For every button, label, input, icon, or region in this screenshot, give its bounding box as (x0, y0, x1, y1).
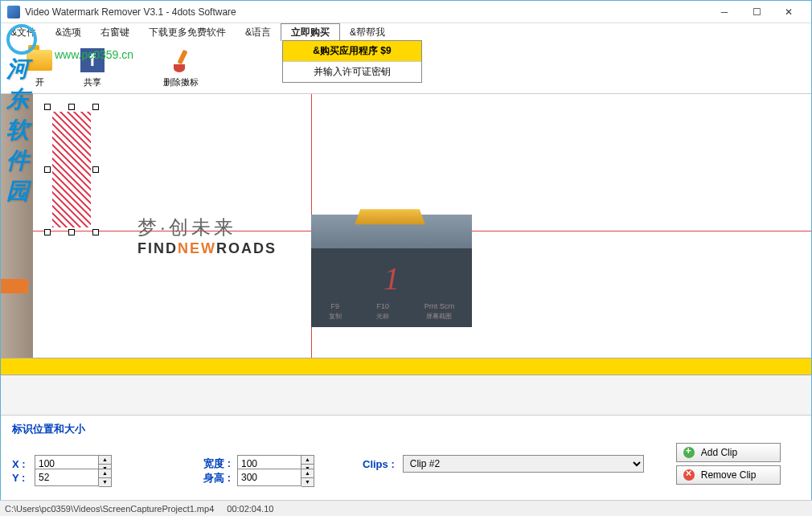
remove-watermark-button[interactable]: 删除擞标 (163, 46, 199, 88)
device-number: 1 (383, 260, 400, 297)
spacer-panel (1, 375, 811, 416)
height-label: 身高 : (192, 471, 231, 485)
menu-help[interactable]: &帮帮我 (340, 23, 395, 41)
remove-wm-label: 删除擞标 (163, 76, 199, 88)
canvas-area[interactable]: 梦·创未来 FINDNEWROADS 1 F9复制 F10光标 Prnt Scr… (1, 94, 811, 358)
properties-panel: 标识位置和大小 X : ▲▼ 宽度 : ▲▼ Clips : Clip #2 (1, 416, 811, 498)
dropdown-buy-app[interactable]: &购买应用程序 $9 (283, 41, 421, 62)
handle-bl[interactable] (44, 229, 51, 235)
titlebar: Video Watermark Remover V3.1 - 4dots Sof… (1, 1, 811, 23)
status-time: 00:02:04.10 (227, 504, 273, 514)
h-down[interactable]: ▼ (301, 478, 314, 486)
handle-tm[interactable] (68, 104, 75, 110)
share-label: 共享 (84, 76, 101, 88)
video-canvas[interactable]: 梦·创未来 FINDNEWROADS 1 F9复制 F10光标 Prnt Scr… (33, 94, 811, 358)
window-title: Video Watermark Remover V3.1 - 4dots Sof… (25, 6, 708, 18)
menubar: &文件 &选项 右窗键 下载更多免费软件 &语言 立即购买 &帮帮我 &购买应用… (1, 23, 811, 41)
open-label: 开 (35, 76, 44, 88)
delete-icon (683, 469, 695, 481)
menu-rightkey[interactable]: 右窗键 (91, 23, 139, 41)
height-spinner[interactable]: ▲▼ (237, 469, 314, 487)
status-path: C:\Users\pc0359\Videos\ScreenCaptureProj… (5, 504, 214, 514)
menu-download[interactable]: 下载更多免费软件 (139, 23, 236, 41)
close-button[interactable]: ✕ (773, 2, 805, 22)
share-button[interactable]: f 共享 (78, 46, 107, 88)
add-clip-label: Add Clip (701, 447, 737, 458)
menu-file[interactable]: &文件 (1, 23, 46, 41)
brush-icon (169, 48, 193, 72)
menu-buy[interactable]: 立即购买 (281, 23, 340, 41)
handle-ml[interactable] (44, 166, 51, 173)
y-spinner[interactable]: ▲▼ (35, 469, 112, 487)
remove-clip-button[interactable]: Remove Clip (676, 465, 781, 485)
video-slogan: 梦·创未来 FINDNEWROADS (137, 215, 277, 257)
folder-icon (27, 50, 52, 71)
y-label: Y : (12, 472, 28, 484)
dropdown-enter-key[interactable]: 并输入许可证密钥 (283, 62, 421, 82)
add-clip-button[interactable]: Add Clip (676, 443, 781, 462)
menu-options[interactable]: &选项 (46, 23, 91, 41)
buy-dropdown: &购买应用程序 $9 并输入许可证密钥 (282, 40, 422, 83)
left-strip (1, 94, 33, 358)
handle-tr[interactable] (92, 104, 99, 110)
w-up[interactable]: ▲ (301, 456, 314, 465)
plus-icon (683, 447, 695, 458)
app-icon (7, 6, 20, 18)
y-input[interactable] (35, 469, 99, 486)
strip-tab[interactable] (1, 279, 28, 293)
slogan-cn: 梦·创未来 (137, 215, 277, 240)
remove-clip-label: Remove Clip (701, 469, 757, 481)
video-device: 1 F9复制 F10光标 Prnt Scrn屏幕截图 (311, 215, 472, 327)
statusbar: C:\Users\pc0359\Videos\ScreenCaptureProj… (0, 500, 812, 516)
menu-language[interactable]: &语言 (236, 23, 281, 41)
y-down[interactable]: ▼ (99, 478, 111, 486)
handle-mr[interactable] (92, 166, 99, 173)
handle-bm[interactable] (68, 229, 75, 235)
clips-select[interactable]: Clip #2 (403, 455, 644, 473)
y-up[interactable]: ▲ (99, 469, 111, 478)
maximize-button[interactable]: ☐ (740, 2, 773, 22)
h-up[interactable]: ▲ (301, 469, 314, 478)
timeline-bar[interactable] (1, 358, 811, 375)
facebook-icon: f (80, 48, 105, 72)
handle-tl[interactable] (44, 104, 51, 110)
selection-fill (52, 112, 91, 227)
height-input[interactable] (237, 469, 301, 486)
clips-label: Clips : (363, 458, 395, 470)
handle-br[interactable] (92, 229, 99, 235)
open-button[interactable]: 开 (25, 46, 54, 88)
minimize-button[interactable]: ─ (708, 2, 740, 22)
x-up[interactable]: ▲ (99, 456, 111, 465)
panel-title: 标识位置和大小 (12, 422, 800, 436)
selection-box[interactable] (47, 107, 96, 232)
